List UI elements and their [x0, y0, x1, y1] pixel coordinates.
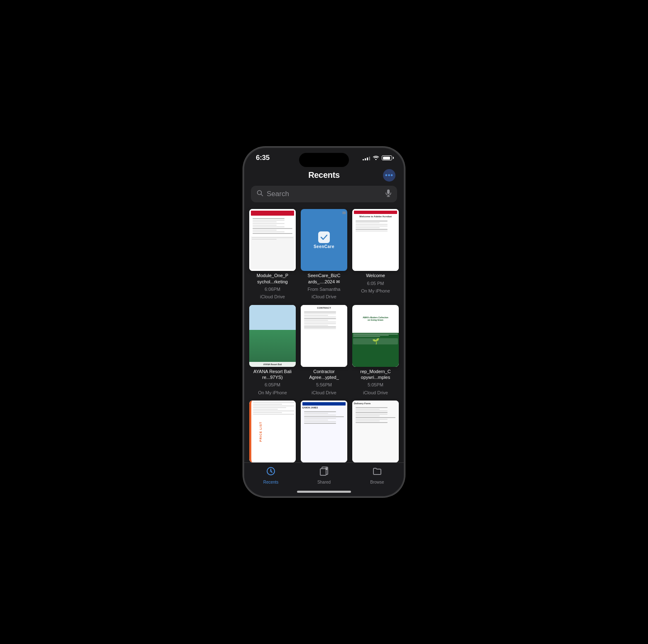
file-time: 6:05PM [265, 382, 280, 388]
file-thumbnail: AYANA Resort Bali [249, 305, 296, 367]
list-item[interactable]: AWAI's Modern Collectionon Going Green 🌱 [352, 305, 399, 396]
tab-browse-label: Browse [370, 480, 384, 484]
tab-recents-label: Recents [263, 480, 279, 484]
browse-icon [372, 466, 382, 479]
file-time: 6:06PM [265, 286, 280, 292]
file-name: AYANA Resort Bali re...97YS) [249, 369, 296, 381]
list-item[interactable]: CONTRACT [301, 305, 347, 396]
tab-shared[interactable]: Shared [297, 466, 351, 484]
file-location: iCloud Drive [260, 294, 285, 300]
signal-icon [363, 155, 370, 160]
file-time: From Samantha [308, 286, 341, 292]
file-time: 6:05 PM [367, 280, 384, 286]
grid-row-2: AYANA Resort Bali AYANA Resort Bali re..… [249, 305, 399, 396]
status-time: 6:35 [256, 154, 270, 162]
grid-row-1: Module_One_P sychol...rketing 6:06PM iCl… [249, 209, 399, 300]
file-name: Contractor Agree...ypted_ [301, 369, 347, 381]
file-time: 5:56PM [316, 382, 332, 388]
list-item[interactable]: EAMON JAMES [301, 401, 347, 462]
more-options-button[interactable]: ••• [383, 169, 395, 182]
file-location: On My iPhone [258, 390, 287, 396]
files-grid: Module_One_P sychol...rketing 6:06PM iCl… [244, 207, 404, 462]
file-thumbnail: Delivery Form [352, 401, 399, 462]
file-thumbnail: EAMON JAMES [301, 401, 347, 462]
more-dots-icon: ••• [385, 172, 393, 179]
file-name: SeenCare_BizC ards_....2024 ✉ [301, 273, 347, 285]
file-time: 5:05PM [368, 382, 383, 388]
page-title: Recents [308, 170, 340, 180]
file-thumbnail [249, 209, 296, 271]
list-item[interactable]: SeenCare ✉ SeenCare_BizC ards_....2024 ✉… [301, 209, 347, 300]
status-bar: 6:35 [244, 148, 404, 164]
phone-frame: 6:35 [243, 147, 405, 497]
grid-row-3: PRICE LIST Sunsetbalifamil yhire.priceli… [249, 401, 399, 462]
list-item[interactable]: Module_One_P sychol...rketing 6:06PM iCl… [249, 209, 296, 300]
recents-icon [266, 466, 276, 479]
file-location: iCloud Drive [312, 294, 336, 300]
mail-icon: ✉ [342, 211, 346, 215]
file-location: iCloud Drive [363, 390, 388, 396]
microphone-icon[interactable] [385, 189, 391, 199]
list-item[interactable]: PRICE LIST Sunsetbalifamil yhire.priceli… [249, 401, 296, 462]
svg-rect-7 [320, 469, 326, 475]
svg-line-1 [261, 194, 263, 196]
tab-shared-label: Shared [317, 480, 331, 484]
file-name: rep_Modern_C opywri...mples [352, 369, 399, 381]
search-bar[interactable]: Search [251, 186, 397, 202]
list-item[interactable]: Welcome to Adobe Acrobat [352, 209, 399, 300]
search-bar-container: Search [244, 183, 404, 207]
file-thumbnail: CONTRACT [301, 305, 347, 367]
file-name: Welcome [366, 273, 385, 278]
file-thumbnail: PRICE LIST [249, 401, 296, 462]
svg-rect-2 [387, 189, 390, 194]
file-location: iCloud Drive [312, 390, 336, 396]
wifi-icon [373, 155, 379, 161]
file-location: On My iPhone [361, 288, 390, 294]
app-header: Recents ••• [244, 164, 404, 183]
app-content: Recents ••• Search [244, 164, 404, 496]
file-thumbnail: SeenCare ✉ [301, 209, 347, 271]
shared-icon [319, 466, 329, 479]
search-icon [257, 190, 263, 198]
list-item[interactable]: Delivery Form [352, 401, 399, 462]
tab-browse[interactable]: Browse [351, 466, 404, 484]
home-indicator [297, 491, 351, 493]
search-input[interactable]: Search [267, 190, 382, 198]
list-item[interactable]: AYANA Resort Bali AYANA Resort Bali re..… [249, 305, 296, 396]
status-icons [363, 155, 392, 161]
svg-point-6 [270, 470, 272, 472]
file-thumbnail: Welcome to Adobe Acrobat [352, 209, 399, 271]
tab-recents[interactable]: Recents [244, 466, 297, 484]
file-thumbnail: AWAI's Modern Collectionon Going Green 🌱 [352, 305, 399, 367]
file-name: Module_One_P sychol...rketing [249, 273, 296, 285]
battery-icon [382, 155, 392, 160]
